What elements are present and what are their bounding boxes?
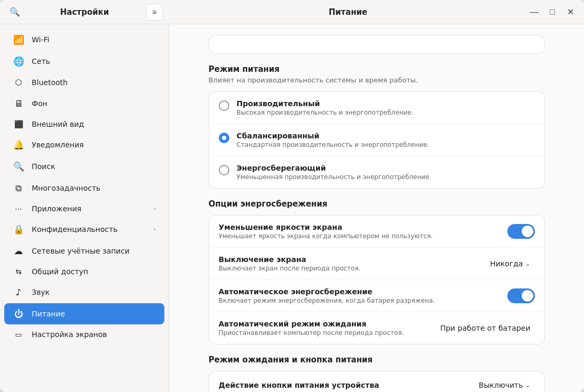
dim-screen-title: Уменьшение яркости экрана xyxy=(219,223,500,231)
auto-power-save-desc: Включает режим энергосбережения, когда б… xyxy=(219,297,500,304)
sidebar-item-label: Bluetooth xyxy=(32,78,68,87)
option-balanced[interactable]: Сбалансированный Стандартная производите… xyxy=(209,124,544,156)
sidebar-item-label: Настройка экранов xyxy=(32,330,107,339)
maximize-icon: □ xyxy=(550,7,555,17)
auto-power-save-text: Автоматическое энергосбережение Включает… xyxy=(219,287,500,304)
row-dim-screen: Уменьшение яркости экрана Уменьшает ярко… xyxy=(209,216,544,248)
sidebar-item-wifi[interactable]: 📶 Wi-Fi xyxy=(4,29,164,50)
menu-button[interactable]: ≡ xyxy=(146,4,163,21)
row-auto-power-save: Автоматическое энергосбережение Включает… xyxy=(209,280,544,312)
toggle-knob xyxy=(522,226,533,237)
row-screen-off: Выключение экрана Выключает экран после … xyxy=(209,248,544,280)
sidebar-item-displays[interactable]: ▭ Настройка экранов xyxy=(4,325,164,344)
radio-balanced[interactable] xyxy=(219,133,229,143)
power-mode-subtitle: Влияет на производительность системы и в… xyxy=(209,76,545,84)
dim-screen-desc: Уменьшает яркость экрана когда компьютер… xyxy=(219,232,500,240)
search-icon: 🔍 xyxy=(10,7,20,17)
sidebar-item-multitask[interactable]: ⧉ Многозадачность xyxy=(4,178,164,199)
sidebar-title: Настройки xyxy=(27,7,142,17)
panel-title-area: Питание xyxy=(169,7,527,17)
option-performance[interactable]: Производительный Высокая производительно… xyxy=(209,92,544,124)
sidebar-item-label: Общий доступ xyxy=(32,267,88,276)
maximize-button[interactable]: □ xyxy=(545,5,560,20)
minimize-icon: — xyxy=(530,7,539,17)
sidebar-item-label: Поиск xyxy=(32,162,55,171)
bluetooth-icon: ⬡ xyxy=(13,78,24,87)
suspend-power-title: Режим ожидания и кнопка питания xyxy=(209,355,545,365)
chevron-right-icon: › xyxy=(153,205,156,212)
sidebar-item-label: Приложения xyxy=(32,204,81,213)
sidebar-item-label: Питание xyxy=(32,310,65,318)
sidebar-item-sound[interactable]: ♪ Звук xyxy=(4,282,164,303)
sidebar-item-bluetooth[interactable]: ⬡ Bluetooth xyxy=(4,72,164,92)
option-performance-desc: Высокая производительность и энергопотре… xyxy=(237,109,414,116)
accounts-icon: ☁ xyxy=(13,246,24,256)
screen-off-text: Выключение экрана Выключает экран после … xyxy=(219,255,479,272)
sound-icon: ♪ xyxy=(13,287,24,297)
option-powersave-label: Энергосберегающий xyxy=(237,164,432,172)
auto-suspend-desc: Приостанавливает компьютер после периода… xyxy=(219,329,429,337)
row-power-button: Действие кнопки питания устройства Выклю… xyxy=(209,371,544,392)
sidebar-item-search[interactable]: 🔍 Поиск xyxy=(4,156,164,177)
power-button-text: Действие кнопки питания устройства xyxy=(219,381,467,389)
sidebar-item-label: Wi-Fi xyxy=(32,35,49,44)
sidebar-item-sharing[interactable]: ⇆ Общий доступ xyxy=(4,262,164,281)
sidebar-item-background[interactable]: 🖥 Фон xyxy=(4,93,164,114)
sidebar-item-power[interactable]: ⏻ Питание xyxy=(4,303,164,324)
top-scroll-card xyxy=(209,35,545,54)
sidebar-item-notifications[interactable]: 🔔 Уведомления xyxy=(4,134,164,155)
minimize-button[interactable]: — xyxy=(527,5,542,20)
sidebar-item-appearance[interactable]: ⬛ Внешний вид xyxy=(4,115,164,134)
toggle-knob2 xyxy=(522,290,533,302)
option-text: Сбалансированный Стандартная производите… xyxy=(237,132,430,148)
radio-performance[interactable] xyxy=(219,100,229,111)
energy-options-section: Опции энергосбережения Уменьшение яркост… xyxy=(209,199,545,344)
sidebar-item-apps[interactable]: ⋯ Приложения › xyxy=(4,199,164,218)
displays-icon: ▭ xyxy=(13,330,24,339)
power-mode-title: Режим питания xyxy=(209,64,545,74)
multitask-icon: ⧉ xyxy=(13,183,24,193)
screen-off-dropdown[interactable]: Никогда ⌄ xyxy=(486,257,534,270)
notifications-icon: 🔔 xyxy=(13,139,24,150)
auto-suspend-value[interactable]: При работе от батареи xyxy=(436,322,535,334)
sidebar-item-label: Внешний вид xyxy=(32,120,84,128)
option-text: Производительный Высокая производительно… xyxy=(237,99,414,116)
auto-suspend-text-value: При работе от батареи xyxy=(440,324,531,332)
sidebar-item-accounts[interactable]: ☁ Сетевые учётные записи xyxy=(4,240,164,262)
chevron-right-icon2: › xyxy=(153,226,156,233)
apps-icon: ⋯ xyxy=(13,204,24,213)
auto-suspend-text: Автоматический режим ожидания Приостанав… xyxy=(219,320,429,337)
sidebar-item-network[interactable]: 🌐 Сеть xyxy=(4,51,164,72)
menu-icon: ≡ xyxy=(152,8,156,16)
energy-options-title: Опции энергосбережения xyxy=(209,199,545,209)
app-window: 🔍 Настройки ≡ Питание — □ ✕ xyxy=(0,0,584,392)
option-performance-label: Производительный xyxy=(237,99,414,108)
sidebar-item-label: Конфиденциальность xyxy=(32,225,117,234)
power-icon: ⏻ xyxy=(13,309,24,319)
screen-off-title: Выключение экрана xyxy=(219,255,479,264)
sidebar-item-label: Фон xyxy=(32,99,48,108)
dim-screen-text: Уменьшение яркости экрана Уменьшает ярко… xyxy=(219,223,500,240)
search-button[interactable]: 🔍 xyxy=(6,4,23,21)
close-button[interactable]: ✕ xyxy=(563,5,578,20)
sidebar-item-privacy[interactable]: 🔒 Конфиденциальность › xyxy=(4,219,164,240)
wifi-icon: 📶 xyxy=(13,34,24,45)
power-button-dropdown[interactable]: Выключить ⌄ xyxy=(475,379,535,391)
auto-suspend-title: Автоматический режим ожидания xyxy=(219,320,429,328)
sidebar-item-label: Сетевые учётные записи xyxy=(32,247,129,255)
background-icon: 🖥 xyxy=(13,98,24,109)
main-content: Режим питания Влияет на производительнос… xyxy=(169,24,584,392)
power-button-title: Действие кнопки питания устройства xyxy=(219,381,467,389)
power-mode-card: Производительный Высокая производительно… xyxy=(209,91,545,189)
option-powersave[interactable]: Энергосберегающий Уменьшенная производит… xyxy=(209,156,544,188)
auto-power-save-toggle[interactable] xyxy=(507,288,535,303)
radio-powersave[interactable] xyxy=(219,165,229,175)
dim-screen-toggle[interactable] xyxy=(507,224,535,239)
option-balanced-desc: Стандартная производительность и энергоп… xyxy=(237,141,430,148)
screen-off-desc: Выключает экран после периода простоя. xyxy=(219,265,479,272)
sidebar-item-label: Уведомления xyxy=(32,141,84,149)
suspend-power-card: Действие кнопки питания устройства Выклю… xyxy=(209,371,545,392)
appearance-icon: ⬛ xyxy=(13,120,24,128)
content-area: 📶 Wi-Fi 🌐 Сеть ⬡ Bluetooth 🖥 Фон ⬛ Внешн… xyxy=(0,24,584,392)
close-icon: ✕ xyxy=(567,7,574,17)
